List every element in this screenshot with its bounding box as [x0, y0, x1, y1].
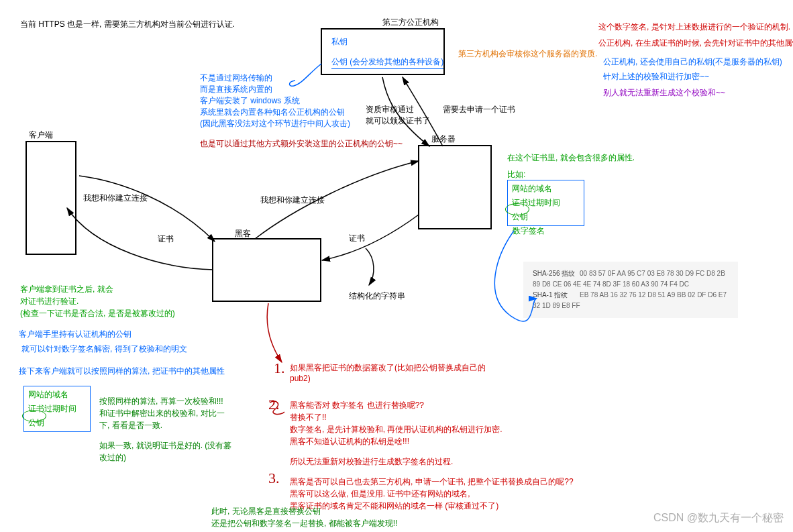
svg-text:2.: 2.: [268, 396, 280, 413]
lg2-1: 按照同样的算法, 再算一次校验和!!!: [99, 396, 223, 407]
cc-domain: 网站的域名: [512, 183, 580, 195]
conn-right: 我想和你建立连接: [260, 195, 325, 206]
pubkey-circle-2: [22, 410, 46, 422]
sc-domain: 网站的域名: [28, 389, 86, 401]
conn-left: 我想和你建立连接: [83, 193, 148, 204]
lg2-2: 和证书中解密出来的校验和, 对比一: [99, 408, 225, 419]
lg2: 对证书进行验证.: [20, 296, 78, 307]
lb1: 客户端手里持有认证机构的公钥: [19, 329, 131, 340]
third-party-box: 私钥 公钥 (会分发给其他的各种设备): [321, 28, 445, 75]
cc-sig: 数字签名: [513, 225, 545, 237]
tp-pubkey: 公钥 (会分发给其他的各种设备): [331, 56, 443, 69]
red-extra: 也是可以通过其他方式额外安装这里的公正机构的公钥~~: [200, 138, 403, 150]
fingerprint-box: SHA-256 指纹00 83 57 0F AA 95 C7 03 E8 78 …: [523, 262, 738, 318]
third-party-title: 第三方公正机构: [382, 17, 439, 28]
sha256-lbl: SHA-256 指纹: [533, 268, 580, 279]
rn3: 公正机构, 还会使用自己的私钥(不是服务器的私钥): [603, 56, 782, 68]
pubkey-circle-1: [505, 203, 529, 215]
rb-q3b: 黑客可以这么做, 但是没用. 证书中还有网站的域名,: [290, 488, 470, 500]
lg2-5: 改过的): [99, 452, 126, 464]
lg2-4: 如果一致, 就说明证书是好的. (没有篡: [99, 440, 231, 451]
apply: 需要去申请一个证书: [443, 104, 515, 115]
audit1: 资质审核通过: [366, 104, 414, 115]
bn4: 系统里就会内置各种知名公正机构的公钥: [200, 107, 345, 118]
rb-q2b: 替换不了!!: [290, 412, 327, 423]
small-cert-left: 网站的域名 证书过期时间 公钥: [23, 386, 91, 432]
rb-q3c: 黑客证书的域名肯定不能和网站的域名一样 (审核通过不了): [290, 500, 498, 512]
client-box: [25, 141, 76, 255]
cc-eg: 比如:: [507, 169, 525, 180]
bn3: 客户端安装了 windows 系统: [200, 95, 300, 107]
svg-text:3.: 3.: [268, 470, 280, 486]
client-label: 客户端: [29, 129, 53, 141]
rb-q2c: 数字签名, 是先计算校验和, 再使用认证机构的私钥进行加密.: [290, 424, 503, 435]
bn2: 而是直接系统内置的: [200, 84, 272, 95]
server-box: [418, 145, 492, 229]
rn5: 别人就无法重新生成这个校验和~~: [603, 87, 725, 99]
bg2: 还是把公钥和数字签名一起替换, 都能被客户端发现!!: [211, 518, 397, 529]
rn2: 公正机构, 在生成证书的时候, 会先针对证书中的其他属性, 生: [598, 38, 793, 49]
lg1: 客户端拿到证书之后, 就会: [20, 284, 113, 295]
lb3: 接下来客户端就可以按照同样的算法, 把证书中的其他属性: [19, 366, 225, 377]
bn1: 不是通过网络传输的: [200, 72, 272, 84]
svg-text:1.: 1.: [274, 360, 285, 376]
cc-title: 在这个证书里, 就会包含很多的属性.: [507, 152, 635, 164]
rn4: 针对上述的校验和进行加密~~: [603, 71, 709, 83]
rb-q1b: pub2): [290, 374, 311, 383]
hacker-box: [212, 238, 321, 302]
audit2: 就可以颁发证书了: [366, 115, 430, 127]
lb2: 就可以针对数字签名解密, 得到了校验和的明文: [21, 343, 187, 355]
tp-privkey: 私钥: [331, 36, 348, 48]
rb-q2a: 黑客能否对 数字签名 也进行替换呢??: [290, 400, 424, 411]
bg1: 此时, 无论黑客是直接替换公钥: [211, 506, 321, 517]
server-label: 服务器: [431, 134, 456, 145]
cert-r: 证书: [349, 233, 365, 244]
rb-q1a: 如果黑客把证书的数据篡改了(比如把公钥替换成自己的: [290, 362, 486, 374]
sha1-lbl: SHA-1 指纹: [533, 290, 580, 301]
orange-note: 第三方机构会审核你这个服务器的资质.: [458, 48, 597, 60]
top-note: 当前 HTTPS 也是一样, 需要第三方机构对当前公钥进行认证.: [20, 19, 235, 30]
lg2-3: 下, 看看是否一致.: [99, 420, 162, 431]
rb-q2d: 黑客不知道认证机构的私钥是啥!!!: [290, 436, 409, 447]
rb-q3a: 黑客是否可以自己也去第三方机构, 申请一个证书, 把整个证书替换成自己的呢??: [290, 476, 574, 488]
rb-q2e: 所以无法重新对校验进行生成数字签名的过程.: [290, 456, 453, 468]
cert-l: 证书: [158, 233, 174, 245]
bn5: (因此黑客没法对这个环节进行中间人攻击): [200, 118, 350, 129]
struct: 结构化的字符串: [349, 290, 405, 302]
lg3: (检查一下证书是否合法, 是否是被篡改过的): [20, 308, 175, 319]
rn1: 这个数字签名, 是针对上述数据进行的一个验证的机制.: [598, 21, 790, 33]
watermark: CSDN @数九天有一个秘密: [653, 511, 784, 525]
